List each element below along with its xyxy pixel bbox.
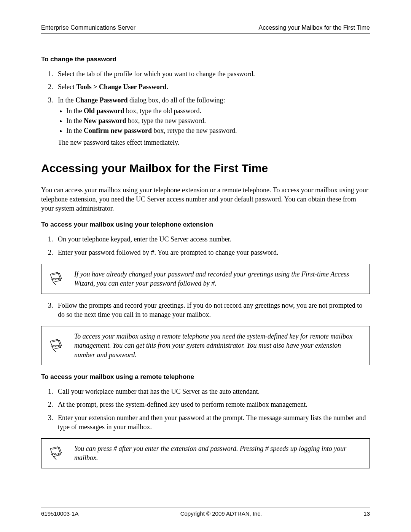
note-box: NOTE If you have already changed your pa…	[41, 264, 370, 294]
list-item: At the prompt, press the system-defined …	[55, 400, 370, 409]
svg-line-4	[53, 457, 56, 460]
intro-paragraph: You can access your mailbox using your t…	[41, 185, 370, 213]
note-icon: NOTE	[47, 338, 64, 353]
ext-steps: On your telephone keypad, enter the UC S…	[41, 235, 370, 257]
svg-text:NOTE: NOTE	[51, 452, 60, 455]
list-item: In the Old password box, type the old pa…	[66, 106, 370, 115]
rem-heading: To access your mailbox using a remote te…	[41, 373, 370, 382]
rem-steps: Call your workplace number that has the …	[41, 387, 370, 431]
note-box: NOTE You can press # after you enter the…	[41, 438, 370, 468]
step-text: In the Change Password dialog box, do al…	[58, 96, 225, 104]
running-head: Enterprise Communications Server Accessi…	[41, 24, 370, 34]
step-text: Enter your password followed by #. You a…	[58, 249, 278, 256]
note-text: If you have already changed your passwor…	[74, 270, 363, 288]
ext-heading: To access your mailbox using your teleph…	[41, 220, 370, 229]
note-icon: NOTE	[47, 271, 64, 286]
svg-text:NOTE: NOTE	[51, 278, 60, 281]
step-text: At the prompt, press the system-defined …	[58, 401, 307, 408]
document-page: Enterprise Communications Server Accessi…	[0, 0, 411, 532]
step-text: Select the tab of the profile for which …	[58, 70, 255, 78]
footer-doc-number: 619510003-1A	[41, 510, 78, 517]
list-item: Select Tools > Change User Password.	[55, 82, 370, 91]
list-item: Enter your password followed by #. You a…	[55, 248, 370, 257]
step-text: Call your workplace number that has the …	[58, 388, 260, 395]
footer-copyright: Copyright © 2009 ADTRAN, Inc.	[180, 510, 262, 517]
list-item: In the Confirm new password box, retype …	[66, 126, 370, 135]
list-item: In the Change Password dialog box, do al…	[55, 96, 370, 147]
note-text: To access your mailbox using a remote te…	[74, 332, 363, 359]
list-item: On your telephone keypad, enter the UC S…	[55, 235, 370, 244]
list-item: Enter your extension number and then you…	[55, 413, 370, 432]
note-icon: NOTE	[47, 446, 64, 461]
note-box: NOTE To access your mailbox using a remo…	[41, 326, 370, 365]
sub-bullets: In the Old password box, type the old pa…	[66, 106, 370, 136]
section-title: Accessing your Mailbox for the First Tim…	[41, 161, 370, 176]
page-footer: 619510003-1A Copyright © 2009 ADTRAN, In…	[41, 508, 370, 517]
note-text: You can press # after you enter the exte…	[74, 444, 363, 463]
change-password-steps: Select the tab of the profile for which …	[41, 69, 370, 147]
body-area: To change the password Select the tab of…	[41, 48, 370, 498]
step-text: Enter your extension number and then you…	[58, 414, 366, 431]
svg-text:NOTE: NOTE	[51, 345, 60, 348]
list-item: Select the tab of the profile for which …	[55, 69, 370, 78]
ext-steps-cont: Follow the prompts and record your greet…	[41, 301, 370, 320]
running-head-left: Enterprise Communications Server	[41, 24, 135, 31]
svg-line-0	[53, 282, 56, 285]
list-item: Call your workplace number that has the …	[55, 387, 370, 396]
svg-line-2	[53, 349, 56, 352]
footer-page-number: 13	[363, 510, 370, 517]
step-trailing-text: The new password takes effect immediatel…	[58, 138, 370, 147]
list-item: Follow the prompts and record your greet…	[55, 301, 370, 320]
running-head-right: Accessing your Mailbox for the First Tim…	[258, 24, 370, 31]
step-text: Select Tools > Change User Password.	[58, 83, 168, 91]
change-password-heading: To change the password	[41, 55, 370, 64]
step-text: On your telephone keypad, enter the UC S…	[58, 235, 231, 243]
step-text: Follow the prompts and record your greet…	[58, 302, 362, 318]
list-item: In the New password box, type the new pa…	[66, 116, 370, 125]
